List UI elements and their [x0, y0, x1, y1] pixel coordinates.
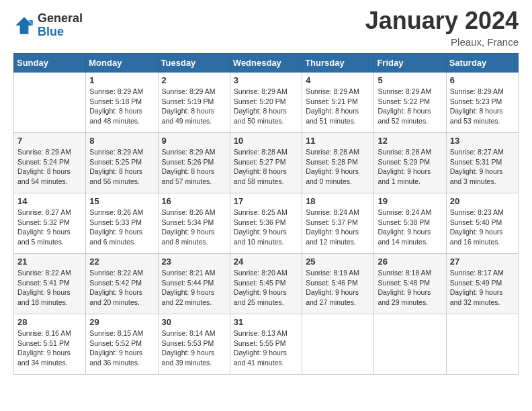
logo-text: General Blue	[38, 12, 83, 39]
table-row	[14, 73, 86, 133]
day-info: Sunrise: 8:26 AMSunset: 5:33 PMDaylight:…	[89, 208, 154, 247]
day-number: 30	[162, 317, 226, 327]
day-number: 7	[17, 136, 82, 146]
logo-blue-text: Blue	[38, 26, 83, 39]
day-number: 9	[162, 136, 226, 146]
calendar-table: Sunday Monday Tuesday Wednesday Thursday…	[13, 53, 519, 375]
svg-marker-0	[15, 17, 33, 34]
day-info: Sunrise: 8:24 AMSunset: 5:38 PMDaylight:…	[378, 208, 442, 247]
col-tuesday: Tuesday	[158, 54, 230, 73]
day-number: 11	[306, 136, 370, 146]
day-number: 8	[89, 136, 154, 146]
table-row: 5Sunrise: 8:29 AMSunset: 5:22 PMDaylight…	[374, 73, 446, 133]
day-number: 3	[234, 75, 298, 85]
day-number: 20	[450, 196, 515, 206]
day-number: 2	[162, 75, 226, 85]
day-info: Sunrise: 8:29 AMSunset: 5:25 PMDaylight:…	[89, 147, 154, 187]
table-row: 16Sunrise: 8:26 AMSunset: 5:34 PMDayligh…	[158, 193, 230, 254]
day-number: 22	[89, 257, 154, 267]
day-number: 25	[306, 257, 370, 267]
table-row: 10Sunrise: 8:28 AMSunset: 5:27 PMDayligh…	[230, 133, 302, 193]
table-row: 12Sunrise: 8:28 AMSunset: 5:29 PMDayligh…	[374, 133, 446, 193]
table-row: 31Sunrise: 8:13 AMSunset: 5:55 PMDayligh…	[230, 314, 302, 375]
table-row	[446, 314, 518, 375]
day-info: Sunrise: 8:13 AMSunset: 5:55 PMDaylight:…	[234, 328, 298, 368]
table-row: 13Sunrise: 8:27 AMSunset: 5:31 PMDayligh…	[446, 133, 518, 193]
calendar-header-row: Sunday Monday Tuesday Wednesday Thursday…	[14, 54, 519, 73]
day-info: Sunrise: 8:27 AMSunset: 5:31 PMDaylight:…	[450, 147, 515, 187]
logo-general-text: General	[38, 12, 83, 26]
logo: General Blue	[13, 12, 83, 39]
day-number: 12	[378, 136, 442, 146]
month-title: January 2024	[365, 7, 519, 35]
col-saturday: Saturday	[446, 54, 518, 73]
table-row: 26Sunrise: 8:18 AMSunset: 5:48 PMDayligh…	[374, 254, 446, 314]
day-number: 24	[234, 257, 298, 267]
table-row: 6Sunrise: 8:29 AMSunset: 5:23 PMDaylight…	[446, 73, 518, 133]
day-number: 1	[89, 75, 154, 85]
col-wednesday: Wednesday	[230, 54, 302, 73]
day-info: Sunrise: 8:24 AMSunset: 5:37 PMDaylight:…	[306, 208, 370, 247]
logo-icon	[13, 15, 35, 36]
day-info: Sunrise: 8:29 AMSunset: 5:19 PMDaylight:…	[162, 87, 226, 126]
day-number: 31	[234, 317, 298, 327]
day-info: Sunrise: 8:19 AMSunset: 5:46 PMDaylight:…	[306, 268, 370, 308]
day-info: Sunrise: 8:29 AMSunset: 5:22 PMDaylight:…	[378, 87, 442, 126]
day-info: Sunrise: 8:14 AMSunset: 5:53 PMDaylight:…	[162, 328, 226, 368]
table-row: 19Sunrise: 8:24 AMSunset: 5:38 PMDayligh…	[374, 193, 446, 254]
day-number: 19	[378, 196, 442, 206]
table-row: 24Sunrise: 8:20 AMSunset: 5:45 PMDayligh…	[230, 254, 302, 314]
table-row: 27Sunrise: 8:17 AMSunset: 5:49 PMDayligh…	[446, 254, 518, 314]
table-row: 28Sunrise: 8:16 AMSunset: 5:51 PMDayligh…	[14, 314, 86, 375]
col-friday: Friday	[374, 54, 446, 73]
table-row	[374, 314, 446, 375]
table-row: 1Sunrise: 8:29 AMSunset: 5:18 PMDaylight…	[86, 73, 158, 133]
day-info: Sunrise: 8:28 AMSunset: 5:28 PMDaylight:…	[306, 147, 370, 187]
day-number: 5	[378, 75, 442, 85]
day-info: Sunrise: 8:15 AMSunset: 5:52 PMDaylight:…	[89, 328, 154, 368]
table-row: 29Sunrise: 8:15 AMSunset: 5:52 PMDayligh…	[86, 314, 158, 375]
day-number: 29	[89, 317, 154, 327]
day-info: Sunrise: 8:29 AMSunset: 5:24 PMDaylight:…	[17, 147, 82, 187]
col-monday: Monday	[86, 54, 158, 73]
day-number: 10	[234, 136, 298, 146]
page-header: General Blue January 2024 Pleaux, France	[13, 7, 519, 48]
calendar-week-row: 1Sunrise: 8:29 AMSunset: 5:18 PMDaylight…	[14, 73, 519, 133]
day-info: Sunrise: 8:29 AMSunset: 5:18 PMDaylight:…	[89, 87, 154, 126]
table-row: 22Sunrise: 8:22 AMSunset: 5:42 PMDayligh…	[86, 254, 158, 314]
table-row: 23Sunrise: 8:21 AMSunset: 5:44 PMDayligh…	[158, 254, 230, 314]
day-info: Sunrise: 8:20 AMSunset: 5:45 PMDaylight:…	[234, 268, 298, 308]
day-number: 17	[234, 196, 298, 206]
day-info: Sunrise: 8:21 AMSunset: 5:44 PMDaylight:…	[162, 268, 226, 308]
table-row: 21Sunrise: 8:22 AMSunset: 5:41 PMDayligh…	[14, 254, 86, 314]
day-number: 23	[162, 257, 226, 267]
day-number: 16	[162, 196, 226, 206]
location: Pleaux, France	[365, 36, 519, 48]
day-info: Sunrise: 8:28 AMSunset: 5:29 PMDaylight:…	[378, 147, 442, 187]
day-number: 14	[17, 196, 82, 206]
day-info: Sunrise: 8:29 AMSunset: 5:20 PMDaylight:…	[234, 87, 298, 126]
table-row: 11Sunrise: 8:28 AMSunset: 5:28 PMDayligh…	[302, 133, 374, 193]
day-number: 4	[306, 75, 370, 85]
day-number: 26	[378, 257, 442, 267]
table-row: 2Sunrise: 8:29 AMSunset: 5:19 PMDaylight…	[158, 73, 230, 133]
day-info: Sunrise: 8:25 AMSunset: 5:36 PMDaylight:…	[234, 208, 298, 247]
table-row: 20Sunrise: 8:23 AMSunset: 5:40 PMDayligh…	[446, 193, 518, 254]
day-info: Sunrise: 8:29 AMSunset: 5:21 PMDaylight:…	[306, 87, 370, 126]
day-number: 28	[17, 317, 82, 327]
calendar-week-row: 14Sunrise: 8:27 AMSunset: 5:32 PMDayligh…	[14, 193, 519, 254]
table-row: 4Sunrise: 8:29 AMSunset: 5:21 PMDaylight…	[302, 73, 374, 133]
table-row: 14Sunrise: 8:27 AMSunset: 5:32 PMDayligh…	[14, 193, 86, 254]
table-row: 9Sunrise: 8:29 AMSunset: 5:26 PMDaylight…	[158, 133, 230, 193]
table-row: 30Sunrise: 8:14 AMSunset: 5:53 PMDayligh…	[158, 314, 230, 375]
day-info: Sunrise: 8:23 AMSunset: 5:40 PMDaylight:…	[450, 208, 515, 247]
title-area: January 2024 Pleaux, France	[365, 7, 519, 48]
day-info: Sunrise: 8:27 AMSunset: 5:32 PMDaylight:…	[17, 208, 82, 247]
day-number: 18	[306, 196, 370, 206]
day-info: Sunrise: 8:16 AMSunset: 5:51 PMDaylight:…	[17, 328, 82, 368]
day-info: Sunrise: 8:26 AMSunset: 5:34 PMDaylight:…	[162, 208, 226, 247]
day-info: Sunrise: 8:22 AMSunset: 5:41 PMDaylight:…	[17, 268, 82, 308]
table-row	[302, 314, 374, 375]
table-row: 18Sunrise: 8:24 AMSunset: 5:37 PMDayligh…	[302, 193, 374, 254]
table-row: 25Sunrise: 8:19 AMSunset: 5:46 PMDayligh…	[302, 254, 374, 314]
